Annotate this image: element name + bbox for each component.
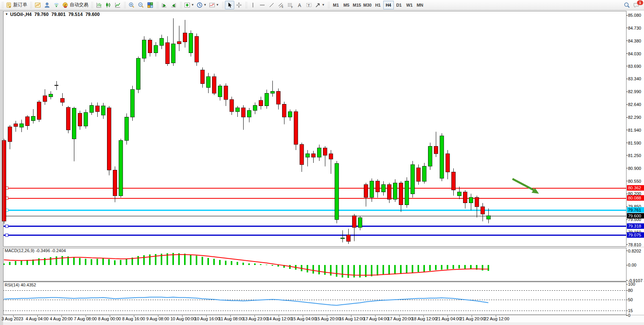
arrows-tool-button[interactable]: ▼ [314, 1, 326, 9]
svg-text:81.250: 81.250 [628, 153, 641, 158]
timeframe-w1-button[interactable]: W1 [404, 1, 415, 9]
fibonacci-tool-button[interactable]: F [286, 1, 295, 9]
svg-text:81.590: 81.590 [628, 141, 641, 145]
text-tool-button[interactable]: A [295, 1, 304, 9]
svg-text:80: 80 [628, 288, 633, 293]
timeframe-m15-button[interactable]: M15 [352, 1, 362, 9]
horizontal-line-tool-button[interactable] [258, 1, 267, 9]
toolbar-right-group: 1 [622, 0, 641, 10]
tile-windows-button[interactable] [146, 1, 155, 9]
templates-button[interactable]: ▼ [208, 1, 220, 9]
candlestick-chart-button[interactable] [104, 1, 113, 9]
svg-text:A: A [298, 2, 301, 8]
svg-text:80.550: 80.550 [628, 179, 641, 184]
time-axis-label: 15 Aug 20:00 [315, 316, 340, 321]
symbol-period-label: USOil-,H4 [10, 12, 32, 17]
close-value: 79.600 [85, 12, 100, 17]
svg-text:84.380: 84.380 [628, 39, 641, 43]
time-axis-label: 11 Aug 08:00 [219, 316, 244, 321]
timeframe-m30-button[interactable]: M30 [362, 1, 373, 9]
rsi-value: 40.4352 [21, 283, 36, 287]
svg-text:82.640: 82.640 [628, 102, 641, 107]
time-axis-label: 21 Aug 04:00 [436, 316, 461, 321]
vertical-line-tool-button[interactable] [248, 1, 258, 9]
high-value: 79.801 [51, 12, 66, 17]
auto-scroll-button[interactable] [160, 1, 169, 9]
label-tool-button[interactable]: T [304, 1, 314, 9]
auto-trading-button[interactable]: 自动交易 [61, 1, 89, 9]
low-value: 79.514 [68, 12, 83, 17]
notifications-button[interactable]: 1 [632, 1, 641, 9]
search-icon [624, 2, 630, 8]
clock-icon [197, 2, 203, 8]
svg-text:85.080: 85.080 [628, 13, 641, 18]
macd-signal-value: -0.2404 [51, 248, 66, 253]
bar-chart-icon [96, 2, 102, 8]
chevron-down-icon[interactable]: ▼ [204, 3, 207, 7]
timeframe-h1-button[interactable]: H1 [373, 1, 383, 9]
shapes-icon [315, 2, 321, 8]
account-button[interactable] [42, 1, 52, 9]
templates-icon [209, 2, 215, 8]
vline-icon [250, 2, 256, 8]
macd-main-value: -0.3496 [35, 248, 50, 253]
cursor-icon [226, 2, 233, 8]
toolbar-grip [222, 2, 224, 9]
line-handle[interactable] [5, 234, 8, 237]
chart-window-button[interactable] [33, 1, 42, 9]
chevron-down-icon[interactable]: ▼ [322, 3, 325, 7]
svg-text:0.00: 0.00 [628, 263, 636, 267]
time-axis-label: 8 Aug 16:00 [122, 316, 145, 321]
toolbar-grip [180, 2, 182, 9]
line-chart-button[interactable] [113, 1, 122, 9]
new-order-button[interactable]: 新订单 [5, 1, 28, 9]
symbol-menu-icon[interactable]: ▼ [5, 12, 8, 16]
crosshair-tool-button[interactable] [234, 1, 244, 9]
chart-window[interactable]: 85.08084.73084.38084.03083.69083.34082.9… [0, 10, 644, 325]
svg-text:82.290: 82.290 [628, 115, 641, 120]
timeframe-m5-button[interactable]: M5 [341, 1, 352, 9]
timeframe-mn-button[interactable]: MN [415, 1, 425, 9]
svg-text:79.075: 79.075 [628, 233, 641, 237]
time-axis-label: 21 Aug 20:00 [460, 316, 485, 321]
svg-text:15: 15 [628, 308, 633, 313]
svg-text:100: 100 [628, 282, 635, 286]
svg-text:80.088: 80.088 [628, 196, 641, 200]
trading-app-window: 新订单自动交易▼▼▼EFAT▼M1M5M15M30H1H4D1W1MN1 85.… [0, 0, 644, 325]
chevron-down-icon[interactable]: ▼ [216, 3, 219, 7]
notification-badge: 1 [637, 0, 643, 5]
auto-scroll-icon [161, 2, 167, 8]
time-axis[interactable]: 3 Aug 20234 Aug 04:004 Aug 20:007 Aug 08… [2, 315, 509, 321]
chart-shift-button[interactable] [169, 1, 178, 9]
svg-text:79.318: 79.318 [628, 224, 641, 228]
toolbar-grip [30, 2, 32, 9]
add-indicator-button[interactable]: ▼ [183, 1, 195, 9]
zoom-out-button[interactable] [136, 1, 146, 9]
svg-text:0.8202: 0.8202 [628, 249, 641, 253]
trendline-icon [268, 2, 275, 8]
channel-tool-button[interactable]: E [276, 1, 286, 9]
zoom-in-button[interactable] [127, 1, 136, 9]
time-axis-label: 10 Aug 00:00 [170, 316, 196, 321]
signals-button[interactable] [52, 1, 61, 9]
indicators-icon [184, 2, 190, 8]
svg-text:79.761: 79.761 [628, 208, 641, 212]
svg-text:80.900: 80.900 [628, 166, 641, 171]
svg-text:81.940: 81.940 [628, 128, 641, 132]
line-handle[interactable] [5, 225, 8, 228]
chart-window-icon [35, 2, 41, 8]
timeframe-d1-button[interactable]: D1 [394, 1, 404, 9]
timeframe-m1-button[interactable]: M1 [331, 1, 341, 9]
bar-chart-button[interactable] [94, 1, 104, 9]
chevron-down-icon[interactable]: ▼ [191, 3, 194, 7]
svg-text:80.362: 80.362 [628, 185, 641, 190]
tile-windows-icon [147, 2, 153, 8]
chart-canvas[interactable]: 85.08084.73084.38084.03083.69083.34082.9… [0, 0, 644, 325]
period-menu-button[interactable]: ▼ [195, 1, 208, 9]
time-axis-label: 15 Aug 04:00 [291, 316, 316, 321]
search-button[interactable] [622, 1, 632, 9]
svg-text:T: T [308, 3, 310, 7]
trendline-tool-button[interactable] [267, 1, 276, 9]
cursor-tool-button[interactable] [225, 1, 234, 9]
timeframe-h4-button[interactable]: H4 [383, 1, 394, 9]
